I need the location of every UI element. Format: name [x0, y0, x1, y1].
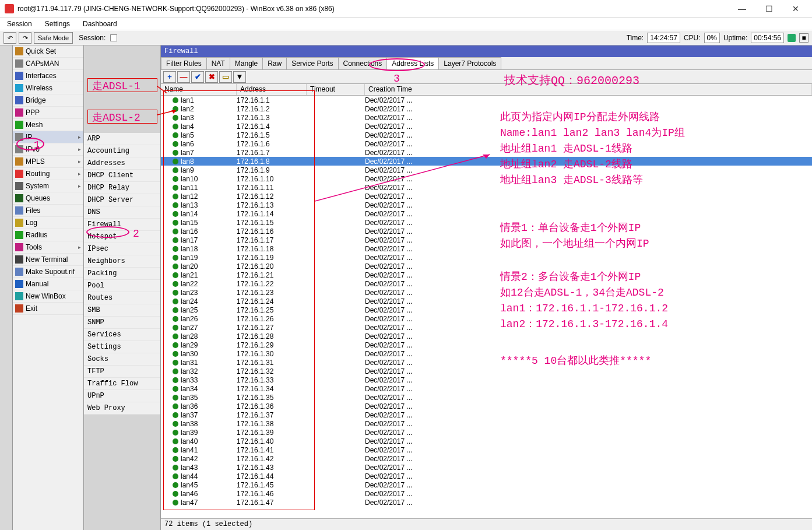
table-row[interactable]: lan14172.16.1.14Dec/02/2017 ... — [161, 209, 812, 218]
submenu-item-routes[interactable]: Routes — [84, 292, 160, 304]
table-row[interactable]: lan40172.16.1.40Dec/02/2017 ... — [161, 437, 812, 445]
table-row[interactable]: lan5172.16.1.5Dec/02/2017 ... — [161, 131, 812, 139]
sidebar-item-manual[interactable]: Manual — [13, 278, 83, 290]
submenu-item-packing[interactable]: Packing — [84, 268, 160, 280]
tab-service-ports[interactable]: Service Ports — [286, 57, 338, 69]
submenu-item-settings[interactable]: Settings — [84, 341, 160, 353]
sidebar-item-routing[interactable]: Routing▸ — [13, 168, 83, 180]
menu-session[interactable]: Session — [5, 19, 34, 29]
table-row[interactable]: lan27172.16.1.27Dec/02/2017 ... — [161, 323, 812, 332]
col-address[interactable]: Address — [237, 84, 307, 95]
submenu-item-arp[interactable]: ARP — [84, 133, 160, 145]
table-row[interactable]: lan17172.16.1.17Dec/02/2017 ... — [161, 236, 812, 244]
table-row[interactable]: lan29172.16.1.29Dec/02/2017 ... — [161, 341, 812, 349]
submenu-item-pool[interactable]: Pool — [84, 280, 160, 292]
tab-address-lists[interactable]: Address Lists — [386, 57, 439, 69]
undo-button[interactable]: ↶ — [3, 32, 16, 44]
tab-layer7-protocols[interactable]: Layer7 Protocols — [438, 57, 501, 69]
table-row[interactable]: lan30172.16.1.30Dec/02/2017 ... — [161, 349, 812, 358]
remove-button[interactable]: — — [177, 71, 190, 83]
table-row[interactable]: lan13172.16.1.13Dec/02/2017 ... — [161, 201, 812, 209]
table-row[interactable]: lan24172.16.1.24Dec/02/2017 ... — [161, 297, 812, 306]
table-row[interactable]: lan42172.16.1.42Dec/02/2017 ... — [161, 454, 812, 463]
table-row[interactable]: lan8172.16.1.8Dec/02/2017 ... — [161, 157, 812, 166]
table-row[interactable]: lan32172.16.1.32Dec/02/2017 ... — [161, 367, 812, 375]
table-row[interactable]: lan45172.16.1.45Dec/02/2017 ... — [161, 480, 812, 489]
sidebar-item-wireless[interactable]: Wireless — [13, 82, 83, 94]
tab-filter-rules[interactable]: Filter Rules — [161, 57, 207, 69]
table-row[interactable]: lan3172.16.1.3Dec/02/2017 ... — [161, 113, 812, 122]
menu-dashboard[interactable]: Dashboard — [80, 19, 119, 29]
sidebar-item-new-terminal[interactable]: New Terminal — [13, 254, 83, 266]
submenu-item-services[interactable]: Services — [84, 329, 160, 341]
sidebar-item-ip[interactable]: IP▸ — [13, 131, 83, 143]
redo-button[interactable]: ↷ — [19, 32, 31, 44]
sidebar-item-capsman[interactable]: CAPsMAN — [13, 58, 83, 70]
enable-button[interactable]: ✔ — [191, 71, 204, 83]
col-name[interactable]: Name — [161, 84, 237, 95]
sidebar-item-interfaces[interactable]: Interfaces — [13, 70, 83, 82]
sidebar-item-ppp[interactable]: PPP — [13, 107, 83, 119]
sidebar-item-log[interactable]: Log — [13, 217, 83, 229]
submenu-item-smb[interactable]: SMB — [84, 304, 160, 317]
submenu-item-dhcp-server[interactable]: DHCP Server — [84, 194, 160, 206]
minimize-button[interactable]: — — [734, 4, 750, 13]
sidebar-item-bridge[interactable]: Bridge — [13, 94, 83, 107]
table-row[interactable]: lan47172.16.1.47Dec/02/2017 ... — [161, 498, 812, 507]
comment-button[interactable]: ▭ — [219, 71, 232, 83]
table-row[interactable]: lan15172.16.1.15Dec/02/2017 ... — [161, 218, 812, 227]
table-row[interactable]: lan4172.16.1.4Dec/02/2017 ... — [161, 122, 812, 131]
maximize-button[interactable]: ☐ — [761, 4, 777, 13]
submenu-item-neighbors[interactable]: Neighbors — [84, 255, 160, 268]
table-row[interactable]: lan44172.16.1.44Dec/02/2017 ... — [161, 472, 812, 480]
table-row[interactable]: lan20172.16.1.20Dec/02/2017 ... — [161, 262, 812, 271]
submenu-item-ipsec[interactable]: IPsec — [84, 243, 160, 255]
table-row[interactable]: lan2172.16.1.2Dec/02/2017 ... — [161, 104, 812, 113]
submenu-item-snmp[interactable]: SNMP — [84, 317, 160, 329]
submenu-item-tftp[interactable]: TFTP — [84, 366, 160, 378]
tab-connections[interactable]: Connections — [338, 57, 388, 69]
submenu-item-addresses[interactable]: Addresses — [84, 157, 160, 170]
submenu-item-firewall[interactable]: Firewall — [84, 219, 160, 231]
menu-settings[interactable]: Settings — [43, 19, 72, 29]
table-row[interactable]: lan21172.16.1.21Dec/02/2017 ... — [161, 271, 812, 279]
sidebar-item-mesh[interactable]: Mesh — [13, 119, 83, 131]
sidebar-item-tools[interactable]: Tools▸ — [13, 241, 83, 254]
table-row[interactable]: lan19172.16.1.19Dec/02/2017 ... — [161, 253, 812, 262]
sidebar-item-quick-set[interactable]: Quick Set — [13, 45, 83, 58]
filter-button[interactable]: ▼ — [233, 71, 246, 83]
submenu-item-dhcp-relay[interactable]: DHCP Relay — [84, 182, 160, 194]
table-row[interactable]: lan43172.16.1.43Dec/02/2017 ... — [161, 463, 812, 472]
table-row[interactable]: lan1172.16.1.1Dec/02/2017 ... — [161, 96, 812, 104]
table-row[interactable]: lan7172.16.1.7Dec/02/2017 ... — [161, 148, 812, 157]
table-row[interactable]: lan12172.16.1.12Dec/02/2017 ... — [161, 192, 812, 201]
submenu-item-dhcp-client[interactable]: DHCP Client — [84, 170, 160, 182]
table-row[interactable]: lan18172.16.1.18Dec/02/2017 ... — [161, 244, 812, 253]
table-row[interactable]: lan46172.16.1.46Dec/02/2017 ... — [161, 489, 812, 498]
sidebar-item-make-supout.rif[interactable]: Make Supout.rif — [13, 266, 83, 278]
submenu-item-web-proxy[interactable]: Web Proxy — [84, 402, 160, 415]
table-row[interactable]: lan22172.16.1.22Dec/02/2017 ... — [161, 279, 812, 288]
col-creation-time[interactable]: Creation Time — [365, 84, 812, 95]
tab-mangle[interactable]: Mangle — [230, 57, 263, 69]
submenu-item-dns[interactable]: DNS — [84, 206, 160, 219]
table-row[interactable]: lan35172.16.1.35Dec/02/2017 ... — [161, 393, 812, 402]
submenu-item-socks[interactable]: Socks — [84, 353, 160, 366]
close-button[interactable]: ✕ — [788, 4, 804, 13]
sidebar-item-ipv6[interactable]: IPv6▸ — [13, 143, 83, 156]
vertical-tab[interactable]: RouterOS WinBox — [0, 45, 13, 530]
add-button[interactable]: + — [163, 71, 176, 83]
table-row[interactable]: lan41172.16.1.41Dec/02/2017 ... — [161, 445, 812, 454]
submenu-item-upnp[interactable]: UPnP — [84, 390, 160, 402]
table-row[interactable]: lan31172.16.1.31Dec/02/2017 ... — [161, 358, 812, 367]
firewall-title[interactable]: Firewall — [161, 45, 812, 57]
table-row[interactable]: lan33172.16.1.33Dec/02/2017 ... — [161, 375, 812, 384]
col-timeout[interactable]: Timeout — [307, 84, 365, 95]
session-checkbox[interactable] — [110, 34, 117, 41]
table-row[interactable]: lan28172.16.1.28Dec/02/2017 ... — [161, 332, 812, 341]
safe-mode-button[interactable]: Safe Mode — [34, 32, 73, 44]
submenu-item-traffic-flow[interactable]: Traffic Flow — [84, 378, 160, 390]
table-row[interactable]: lan10172.16.1.10Dec/02/2017 ... — [161, 174, 812, 183]
table-row[interactable]: lan6172.16.1.6Dec/02/2017 ... — [161, 139, 812, 148]
table-row[interactable]: lan34172.16.1.34Dec/02/2017 ... — [161, 384, 812, 393]
